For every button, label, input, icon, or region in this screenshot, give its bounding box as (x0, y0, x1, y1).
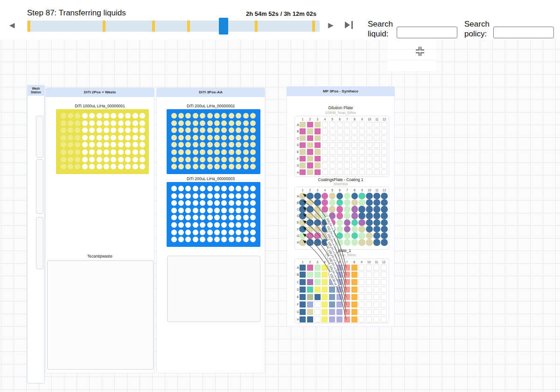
tip-well (221, 113, 227, 119)
tipbox-diti-200ul-2[interactable] (167, 109, 260, 174)
tip-well (178, 200, 184, 206)
well (314, 219, 321, 226)
timeline-current-marker[interactable] (219, 18, 228, 35)
well (329, 279, 335, 285)
tip-well (229, 127, 234, 133)
well (366, 279, 372, 285)
tip-well (229, 215, 234, 220)
tip-well (125, 135, 131, 140)
tip-well (207, 193, 213, 199)
well (300, 169, 306, 175)
tip-well (207, 222, 213, 228)
well (322, 265, 328, 271)
col-label: 1 (300, 118, 306, 121)
well (366, 265, 372, 271)
tip-well (200, 149, 205, 155)
well (322, 149, 328, 155)
tip-well (171, 237, 177, 242)
tipbox-diti-200ul-3[interactable] (167, 182, 260, 247)
tip-waste-box[interactable] (47, 260, 154, 370)
well (344, 294, 350, 300)
tip-well (185, 127, 191, 133)
tipbox-title: DiTi 1000uL LiHa_00000001 (46, 104, 154, 108)
tip-well (61, 127, 66, 133)
well (315, 122, 321, 128)
diti-2pos-waste-panel[interactable]: DiTi 2Pos + Waste DiTi 1000uL LiHa_00000… (45, 88, 154, 373)
tip-well (193, 127, 198, 133)
well (322, 156, 328, 162)
well (329, 309, 335, 315)
tip-well (207, 142, 213, 147)
tip-well (221, 230, 227, 235)
tip-well (221, 135, 227, 140)
well (337, 169, 343, 175)
well (358, 219, 365, 226)
well (322, 294, 328, 300)
well (315, 128, 321, 134)
tip-well (68, 135, 73, 140)
well (344, 232, 351, 239)
diti-3pos-panel[interactable]: DiTi 3Pos-AA DiTi 200uL LiHa_00000002 Di… (156, 88, 265, 373)
skip-to-end-button[interactable] (344, 21, 354, 30)
tip-well (250, 149, 256, 155)
tip-well (171, 135, 177, 140)
timeline-track[interactable] (27, 21, 320, 32)
tip-well (171, 127, 177, 133)
tip-well (82, 135, 88, 140)
tip-well (250, 208, 256, 213)
tip-well (68, 120, 73, 126)
well (351, 287, 357, 293)
wash-station-panel[interactable]: Wash Station (27, 85, 45, 384)
tip-well (61, 142, 66, 147)
well (300, 122, 306, 128)
well (374, 149, 380, 155)
tip-well (140, 149, 145, 155)
well (329, 272, 335, 278)
well (337, 122, 343, 128)
search-policy-input[interactable] (493, 27, 554, 38)
mp-3pos-panel[interactable]: MP 3Pos - Synthace Dilution Plate DSW96_… (287, 86, 395, 327)
search-liquid-input[interactable] (397, 27, 457, 38)
tip-well (221, 120, 227, 126)
tip-well (104, 157, 109, 162)
plate-coatings[interactable]: 123456789101112ABCDEFGH (294, 187, 389, 250)
well (373, 309, 379, 315)
well (344, 162, 350, 168)
fit-view-button[interactable] (413, 45, 427, 58)
well (366, 226, 373, 233)
well (307, 142, 313, 148)
tip-well (250, 200, 256, 206)
col-label: 1 (300, 189, 306, 192)
well (315, 301, 321, 308)
tip-well (236, 127, 241, 133)
tipbox-diti-1000ul[interactable] (56, 109, 149, 174)
well (374, 169, 380, 175)
col-label: 5 (329, 260, 336, 264)
well (329, 287, 335, 293)
well (381, 309, 387, 315)
well (366, 309, 372, 315)
plate-dilution[interactable]: 123456789101112ABCDEFGH (294, 116, 389, 177)
tip-well (200, 186, 205, 191)
well (299, 206, 306, 213)
next-step-button[interactable]: ▶ (328, 21, 334, 28)
well (374, 128, 380, 134)
well (336, 265, 343, 271)
worktable-canvas[interactable]: Wash Station DiTi 2Pos + Waste DiTi 1000… (0, 40, 560, 392)
well (351, 135, 357, 141)
tip-well (193, 208, 198, 213)
well (322, 279, 328, 285)
prev-step-button[interactable]: ◀ (9, 21, 15, 28)
well (322, 212, 329, 219)
well (314, 239, 321, 246)
tip-well (236, 208, 241, 213)
step-title: Step 87: Transferring liquids (27, 8, 126, 18)
tip-well (61, 164, 66, 169)
well (329, 135, 336, 141)
col-label: 11 (374, 189, 380, 192)
well (336, 301, 343, 308)
tip-well (178, 222, 184, 228)
well (322, 128, 328, 134)
well (374, 162, 380, 168)
plate-put-plate-1[interactable]: 123456789101112ABCDEFGH (294, 259, 389, 323)
